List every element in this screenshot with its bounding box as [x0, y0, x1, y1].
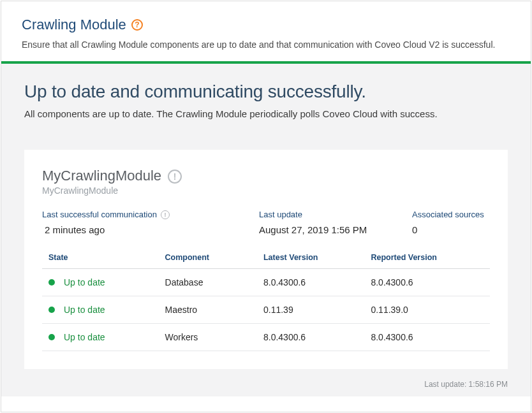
page-title: Crawling Module ? [22, 17, 510, 33]
cell-latest: 8.0.4300.6 [257, 324, 364, 351]
component-table: State Component Latest Version Reported … [42, 253, 490, 351]
cell-state: Up to date [42, 296, 159, 324]
state-text: Up to date [64, 277, 105, 287]
meta-last-comm: Last successful communication ! 2 minute… [42, 210, 259, 235]
meta-assoc-sources: Associated sources 0 [412, 210, 501, 235]
cell-state: Up to date [42, 324, 159, 351]
status-title: Up to date and communicating successfull… [24, 82, 508, 102]
cell-reported: 0.11.39.0 [364, 296, 490, 324]
help-icon[interactable]: ? [131, 19, 143, 31]
module-card: MyCrawlingModule ! MyCrawlingModule Last… [24, 150, 508, 369]
th-state: State [42, 253, 159, 269]
cell-reported: 8.0.4300.6 [364, 269, 490, 296]
th-latest: Latest Version [257, 253, 364, 269]
cell-latest: 8.0.4300.6 [257, 269, 364, 296]
module-id: MyCrawlingModule [42, 185, 490, 196]
status-dot-icon [48, 334, 55, 340]
module-meta-row: Last successful communication ! 2 minute… [42, 210, 490, 235]
app-container: Crawling Module ? Ensure that all Crawli… [1, 1, 531, 412]
page-header: Crawling Module ? Ensure that all Crawli… [1, 1, 531, 61]
cell-latest: 0.11.39 [257, 296, 364, 324]
cell-component: Workers [159, 324, 257, 351]
state-text: Up to date [64, 305, 105, 315]
meta-last-comm-label: Last successful communication ! [42, 210, 259, 219]
meta-last-update: Last update August 27, 2019 1:56 PM [259, 210, 412, 235]
footer-last-update: Last update: 1:58:16 PM [424, 380, 508, 389]
cell-component: Database [159, 269, 257, 296]
table-row: Up to date Maestro 0.11.39 0.11.39.0 [42, 296, 490, 324]
meta-last-update-label: Last update [259, 210, 412, 219]
page-subtitle: Ensure that all Crawling Module componen… [22, 40, 510, 50]
info-icon[interactable]: ! [168, 170, 182, 184]
state-text: Up to date [64, 332, 105, 342]
table-row: Up to date Database 8.0.4300.6 8.0.4300.… [42, 269, 490, 296]
module-header: MyCrawlingModule ! [42, 168, 490, 184]
info-icon[interactable]: ! [161, 210, 170, 219]
cell-reported: 8.0.4300.6 [364, 324, 490, 351]
cell-state: Up to date [42, 269, 159, 296]
status-dot-icon [48, 307, 55, 313]
th-reported: Reported Version [364, 253, 490, 269]
page-title-text: Crawling Module [22, 17, 126, 33]
meta-assoc-sources-label: Associated sources [412, 210, 501, 219]
status-panel: Up to date and communicating successfull… [1, 64, 531, 396]
table-row: Up to date Workers 8.0.4300.6 8.0.4300.6 [42, 324, 490, 351]
meta-assoc-sources-value: 0 [412, 224, 501, 235]
table-header-row: State Component Latest Version Reported … [42, 253, 490, 269]
meta-last-comm-value: 2 minutes ago [42, 224, 259, 235]
meta-last-update-value: August 27, 2019 1:56 PM [259, 224, 412, 235]
last-comm-label-text: Last successful communication [42, 210, 157, 219]
status-dot-icon [48, 279, 55, 286]
module-name: MyCrawlingModule [42, 168, 161, 184]
status-subtitle: All components are up to date. The Crawl… [24, 108, 508, 119]
cell-component: Maestro [159, 296, 257, 324]
th-component: Component [159, 253, 257, 269]
